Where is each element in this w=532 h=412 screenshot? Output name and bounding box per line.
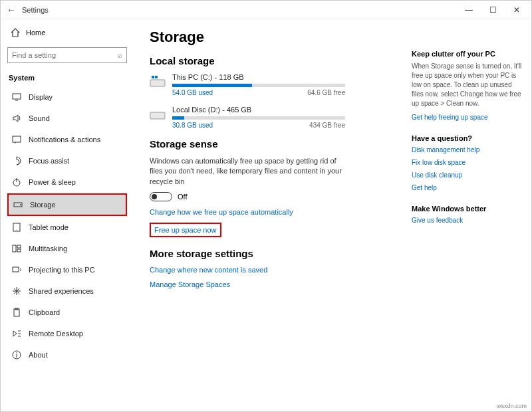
sound-icon [11,113,22,124]
svg-point-8 [17,230,17,231]
sidebar-item-display[interactable]: Display [7,87,127,107]
sidebar-item-label: Shared experiences [29,287,94,295]
close-button[interactable]: ✕ [505,1,529,19]
sidebar-item-shared[interactable]: Shared experiences [7,281,127,301]
drive-c[interactable]: This PC (C:) - 118 GB 54.0 GB used 64.6 … [150,73,398,96]
sidebar-item-label: Display [29,93,53,101]
window-title: Settings [22,6,457,14]
search-box[interactable]: ⌕ [7,47,127,63]
remote-icon [11,328,22,339]
svg-rect-10 [17,245,21,248]
section-label: System [9,74,127,82]
drive-icon [150,107,166,123]
sidebar-item-label: Multitasking [29,245,67,253]
help-heading-question: Have a question? [412,134,523,142]
help-text-clutter: When Storage sense is turned on, it'll f… [412,62,523,108]
sidebar-item-clipboard[interactable]: Clipboard [7,302,127,322]
clipboard-icon [11,307,22,318]
watermark: wsxdn.com [497,403,527,409]
drive-used: 30.8 GB used [172,122,213,129]
link-change-free-up[interactable]: Change how we free up space automaticall… [150,208,398,216]
sidebar-item-label: Power & sleep [29,178,76,186]
sidebar-item-label: Remote Desktop [29,330,83,338]
svg-rect-0 [13,94,21,99]
multitasking-icon [11,243,22,254]
sidebar-item-label: Notifications & actions [29,136,100,144]
help-panel: Keep clutter off your PC When Storage se… [412,19,531,411]
search-icon: ⌕ [118,51,122,60]
sidebar-item-projecting[interactable]: Projecting to this PC [7,260,127,280]
focus-icon [11,155,22,166]
link-fix-low-disk[interactable]: Fix low disk space [412,159,523,166]
link-get-help[interactable]: Get help [412,184,523,191]
sidebar: Home ⌕ System Display Sound Notification… [1,19,134,411]
local-storage-heading: Local storage [150,55,398,66]
sidebar-item-notifications[interactable]: Notifications & actions [7,130,127,150]
sidebar-item-power[interactable]: Power & sleep [7,172,127,192]
sidebar-item-label: Sound [29,114,50,122]
page-title: Storage [150,29,398,46]
svg-point-6 [20,204,21,205]
link-feedback[interactable]: Give us feedback [412,217,523,224]
svg-rect-21 [150,112,165,119]
usage-bar [172,84,345,87]
svg-rect-9 [13,245,16,252]
storage-sense-desc: Windows can automatically free up space … [150,156,349,187]
minimize-button[interactable]: — [457,1,481,19]
home-label: Home [26,29,45,37]
main-panel: Storage Local storage This PC (C:) - 118… [134,19,412,411]
sidebar-item-multitasking[interactable]: Multitasking [7,239,127,258]
link-new-content[interactable]: Change where new content is saved [150,266,398,274]
sidebar-item-storage[interactable]: Storage [7,193,127,216]
svg-rect-19 [152,76,154,78]
maximize-button[interactable]: ☐ [481,1,505,19]
drive-name: This PC (C:) - 118 GB [172,73,398,81]
link-help-freeing[interactable]: Get help freeing up space [412,114,523,121]
svg-rect-11 [17,249,21,252]
link-disk-cleanup[interactable]: Use disk cleanup [412,171,523,179]
drive-icon [150,74,166,90]
sidebar-item-label: Clipboard [29,308,60,316]
home-icon [10,27,21,38]
titlebar: ← Settings — ☐ ✕ [1,1,531,19]
search-input[interactable] [12,51,118,59]
sidebar-item-label: Tablet mode [29,223,68,231]
sidebar-item-label: Focus assist [29,157,69,165]
sidebar-item-label: Storage [30,201,56,209]
help-heading-clutter: Keep clutter off your PC [412,50,523,58]
drive-used: 54.0 GB used [172,89,213,96]
svg-rect-12 [13,267,19,272]
drive-free: 434 GB free [309,122,345,129]
svg-rect-2 [13,136,21,142]
projecting-icon [11,264,22,275]
storage-sense-heading: Storage sense [150,138,398,150]
svg-rect-20 [155,76,158,78]
svg-point-17 [16,352,17,353]
sidebar-item-sound[interactable]: Sound [7,108,127,128]
sidebar-item-tablet[interactable]: Tablet mode [7,217,127,237]
sidebar-item-remote[interactable]: Remote Desktop [7,324,127,344]
storage-icon [13,199,23,210]
svg-rect-13 [14,309,19,316]
tablet-icon [11,222,22,233]
sidebar-item-label: About [29,351,48,359]
usage-bar [172,116,345,120]
link-storage-spaces[interactable]: Manage Storage Spaces [150,280,398,288]
drive-d[interactable]: Local Disc (D:) - 465 GB 30.8 GB used 43… [150,106,398,129]
notifications-icon [11,134,22,145]
storage-sense-toggle[interactable] [150,192,172,201]
link-free-up-now[interactable]: Free up space now [154,226,217,234]
back-button[interactable]: ← [3,5,19,15]
home-nav[interactable]: Home [7,23,127,42]
link-disk-management[interactable]: Disk management help [412,146,523,154]
toggle-label: Off [178,193,187,201]
sidebar-item-focus[interactable]: Focus assist [7,151,127,171]
drive-free: 64.6 GB free [307,89,345,96]
sidebar-item-about[interactable]: About [7,345,127,365]
more-settings-heading: More storage settings [150,248,398,259]
drive-name: Local Disc (D:) - 465 GB [172,106,398,114]
help-heading-feedback: Make Windows better [412,205,523,213]
about-icon [11,350,22,360]
sidebar-item-label: Projecting to this PC [29,266,95,274]
shared-icon [11,286,22,296]
